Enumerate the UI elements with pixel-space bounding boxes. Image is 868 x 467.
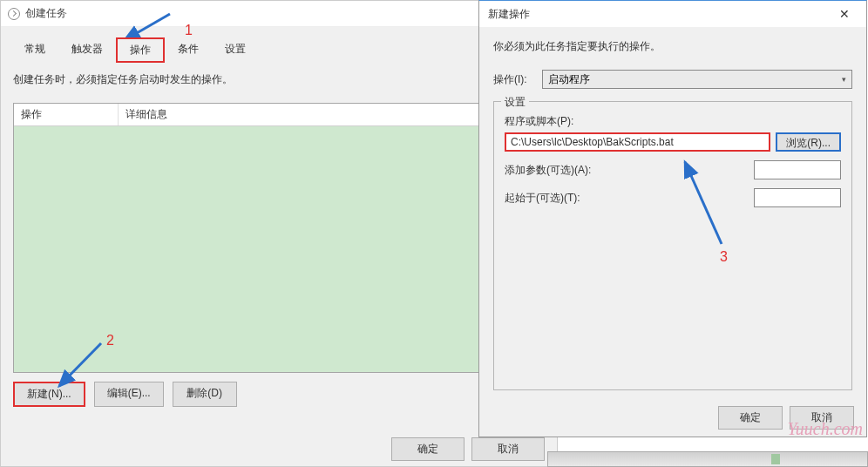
- new-action-dialog: 新建操作 ✕ 你必须为此任务指定要执行的操作。 操作(I): 启动程序 ▾ 设置…: [478, 0, 867, 437]
- child-instruction: 你必须为此任务指定要执行的操作。: [493, 39, 852, 54]
- action-label: 操作(I):: [493, 72, 533, 87]
- group-legend: 设置: [501, 95, 529, 110]
- button-row: 新建(N)... 编辑(E)... 删除(D): [13, 382, 545, 407]
- settings-group: 设置 程序或脚本(P): 浏览(R)... 添加参数(可选)(A): 起始于(可…: [493, 101, 852, 390]
- title-bar: 创建任务: [1, 1, 557, 27]
- chevron-down-icon: ▾: [842, 75, 846, 84]
- child-footer: 确定 取消: [718, 406, 854, 430]
- action-value: 启动程序: [548, 72, 590, 87]
- args-field: 添加参数(可选)(A):: [505, 160, 841, 179]
- browse-button[interactable]: 浏览(R)...: [776, 132, 841, 152]
- edit-button[interactable]: 编辑(E)...: [94, 382, 164, 407]
- dialog-title: 创建任务: [25, 6, 67, 21]
- start-in-input[interactable]: [754, 188, 841, 207]
- child-dialog-title: 新建操作: [488, 7, 530, 22]
- args-label: 添加参数(可选)(A):: [505, 163, 591, 178]
- child-body: 你必须为此任务指定要执行的操作。 操作(I): 启动程序 ▾ 设置 程序或脚本(…: [479, 27, 866, 403]
- program-input[interactable]: [505, 132, 770, 152]
- action-dropdown[interactable]: 启动程序 ▾: [542, 70, 852, 89]
- child-cancel-button[interactable]: 取消: [790, 406, 854, 430]
- start-in-field: 起始于(可选)(T):: [505, 188, 841, 207]
- create-task-dialog: 创建任务 常规 触发器 操作 条件 设置 创建任务时，必须指定任务启动时发生的操…: [0, 0, 558, 467]
- content-panel: 创建任务时，必须指定任务启动时发生的操作。 操作 详细信息 新建(N)... 编…: [1, 60, 557, 466]
- program-label: 程序或脚本(P):: [505, 114, 841, 129]
- tab-triggers[interactable]: 触发器: [58, 37, 116, 63]
- tab-strip: 常规 触发器 操作 条件 设置: [1, 27, 557, 60]
- tab-settings[interactable]: 设置: [212, 37, 259, 63]
- list-header: 操作 详细信息: [14, 104, 544, 126]
- close-icon[interactable]: ✕: [831, 3, 858, 24]
- cancel-button[interactable]: 取消: [471, 437, 545, 461]
- args-input[interactable]: [754, 160, 841, 179]
- actions-list: 操作 详细信息: [13, 103, 545, 373]
- tab-general[interactable]: 常规: [11, 37, 58, 63]
- clock-icon: [8, 8, 20, 20]
- child-ok-button[interactable]: 确定: [718, 406, 783, 430]
- tab-actions[interactable]: 操作: [116, 37, 165, 63]
- action-row: 操作(I): 启动程序 ▾: [493, 70, 852, 89]
- start-in-label: 起始于(可选)(T):: [505, 191, 580, 206]
- col-action[interactable]: 操作: [14, 104, 119, 125]
- ok-button[interactable]: 确定: [391, 437, 465, 461]
- delete-button[interactable]: 删除(D): [173, 382, 237, 407]
- tab-conditions[interactable]: 条件: [165, 37, 212, 63]
- new-button[interactable]: 新建(N)...: [13, 382, 85, 407]
- instruction-text: 创建任务时，必须指定任务启动时发生的操作。: [13, 72, 545, 87]
- child-title-bar: 新建操作 ✕: [479, 1, 866, 27]
- bottom-scrollbar[interactable]: [547, 451, 868, 467]
- program-field: 程序或脚本(P): 浏览(R)...: [505, 114, 841, 152]
